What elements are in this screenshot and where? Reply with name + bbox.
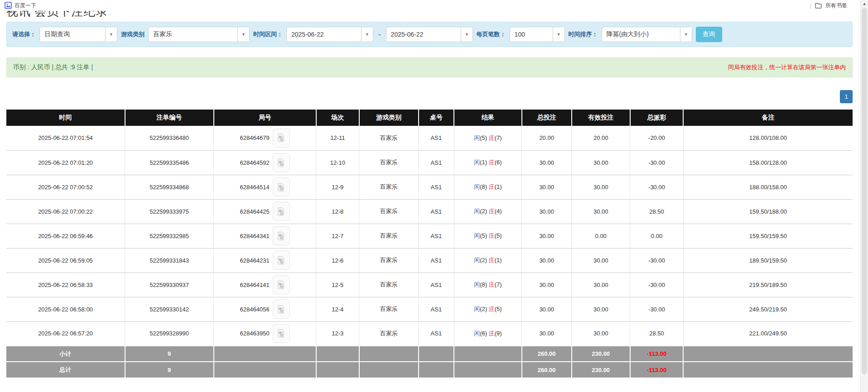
cell-valid-bet: 30.00	[572, 175, 630, 199]
cell-bet-number: 522599333975	[125, 199, 214, 224]
cell-table-number: AS1	[419, 248, 454, 272]
page-size-select[interactable]: 100 ▼	[510, 27, 565, 42]
filter-panel: 请选择： 日期查询 ▼ 游戏类别 百家乐 ▼ 时间区间： 2025-06-22 …	[6, 22, 853, 47]
chevron-down-icon[interactable]: ▼	[553, 27, 564, 42]
search-button[interactable]: 查询	[696, 27, 722, 42]
cell-valid-bet: 30.00	[572, 248, 630, 272]
cell-total-bet-link[interactable]: 30.00	[522, 297, 572, 321]
cell-table-number: AS1	[419, 150, 454, 175]
totals-payout: -113.00	[630, 346, 684, 362]
cell-total-bet-link[interactable]: 30.00	[522, 175, 572, 199]
cell-game-type: 百家乐	[359, 175, 419, 199]
cell-total-bet-link[interactable]: 30.00	[522, 248, 572, 272]
result-player-score: (6)	[480, 330, 489, 337]
cell-bet-number: 522599335486	[125, 150, 214, 175]
cell-remark: 128.00/108.00	[683, 126, 853, 150]
cell-time: 2025-06-22 07:01:54	[6, 126, 125, 150]
cell-round-number: 628464592	[214, 150, 316, 175]
cell-payout: 0.00	[630, 224, 684, 248]
query-type-select[interactable]: 日期查询 ▼	[39, 27, 117, 42]
time-sort-label: 时间排序：	[569, 30, 598, 38]
result-banker-label: 庄	[489, 257, 495, 263]
page-button[interactable]: 1	[840, 90, 853, 103]
round-number: 628463950	[240, 330, 270, 337]
cell-total-bet-link[interactable]: 30.00	[522, 199, 572, 224]
cell-total-bet-link[interactable]: 20.00	[522, 126, 572, 150]
column-header: 有效投注	[572, 110, 630, 126]
result-banker-label: 庄	[489, 134, 495, 141]
scrollbar-thumb[interactable]	[862, 8, 867, 374]
cell-session: 12-8	[316, 199, 359, 224]
cell-game-type: 百家乐	[359, 199, 419, 224]
bookmarks-divider: |	[810, 2, 811, 9]
summary-bar: 币别 : 人民币 | 总共 :9 注单 | 同局有效投注，统一计算在该局第一张注…	[6, 57, 853, 77]
video-replay-button[interactable]	[273, 129, 290, 148]
cell-time: 2025-06-22 06:57:20	[6, 321, 125, 346]
cell-table-number: AS1	[419, 199, 454, 224]
cell-remark: 219.50/189.50	[683, 272, 853, 297]
game-type-select[interactable]: 百家乐 ▼	[148, 27, 250, 42]
chevron-down-icon[interactable]: ▼	[361, 27, 373, 42]
cell-result: 闲(2) 庄(4)	[454, 199, 521, 224]
result-player-label: 闲	[474, 330, 480, 337]
chevron-down-icon[interactable]: ▼	[105, 27, 117, 42]
bookmark-item[interactable]: 百度一下	[5, 2, 36, 10]
cell-session: 12-7	[316, 224, 359, 248]
totals-row: 小计 9 260.00 230.00 -113.00	[6, 346, 853, 362]
time-sort-select[interactable]: 降冪(由大到小) ▼	[602, 27, 692, 42]
table-row: 2025-06-22 06:59:05 522599331843 6284642…	[6, 248, 853, 272]
cell-total-bet-link[interactable]: 30.00	[522, 224, 572, 248]
totals-count: 9	[125, 362, 214, 378]
cell-session: 12-9	[316, 175, 359, 199]
page-size-label: 每页笔数：	[477, 30, 506, 38]
all-bookmarks-button[interactable]: 所有书签	[825, 2, 847, 10]
result-banker-score: (9)	[495, 330, 502, 337]
cell-game-type: 百家乐	[359, 297, 419, 321]
cell-round-number: 628464679	[214, 126, 316, 150]
cell-round-number: 628464141	[214, 272, 316, 297]
result-player-label: 闲	[474, 257, 480, 263]
result-player-score: (2)	[480, 306, 489, 312]
chevron-down-icon[interactable]: ▼	[680, 27, 692, 42]
cell-bet-number: 522599334868	[125, 175, 214, 199]
result-banker-label: 庄	[489, 208, 495, 215]
video-replay-button[interactable]	[273, 251, 290, 270]
video-replay-button[interactable]	[273, 275, 290, 294]
cell-total-bet-link[interactable]: 30.00	[522, 150, 572, 175]
video-replay-button[interactable]	[273, 177, 290, 196]
result-banker-label: 庄	[489, 306, 495, 312]
cell-result: 闲(5) 庄(7)	[454, 126, 521, 150]
chevron-down-icon[interactable]: ▼	[237, 27, 249, 42]
cell-round-number: 628464341	[214, 224, 316, 248]
chevron-down-icon[interactable]: ▼	[461, 27, 473, 42]
result-player-label: 闲	[474, 281, 480, 288]
cell-bet-number: 522599330142	[125, 297, 214, 321]
result-banker-score: (5)	[495, 306, 502, 312]
result-player-label: 闲	[474, 134, 480, 141]
cell-result: 闲(6) 庄(9)	[454, 321, 521, 346]
video-replay-button[interactable]	[273, 300, 290, 319]
cell-total-bet-link[interactable]: 30.00	[522, 321, 572, 346]
column-header: 结果	[454, 110, 521, 126]
folder-icon	[815, 3, 822, 9]
video-replay-button[interactable]	[273, 202, 290, 221]
cell-payout: -30.00	[630, 272, 684, 297]
round-number: 628464514	[240, 184, 270, 191]
cell-time: 2025-06-22 06:58:00	[6, 297, 125, 321]
vertical-scrollbar[interactable]: ▲	[860, 0, 868, 392]
note-text: 同局有效投注，统一计算在该局第一张注单内	[728, 63, 846, 72]
date-from-select[interactable]: 2025-06-22 ▼	[286, 27, 373, 42]
result-banker-score: (1)	[495, 257, 502, 263]
date-to-select[interactable]: 2025-06-22 ▼	[386, 27, 473, 42]
round-number: 628464592	[240, 159, 270, 166]
video-replay-button[interactable]	[273, 324, 290, 343]
table-row: 2025-06-22 06:58:00 522599330142 6284640…	[6, 297, 853, 321]
cell-total-bet-link[interactable]: 30.00	[522, 272, 572, 297]
cell-payout: 28.50	[630, 199, 684, 224]
cell-game-type: 百家乐	[359, 126, 419, 150]
records-table: 时间注单编号局号场次游戏类别桌号结果总投注有效投注总派彩备注 2025-06-2…	[6, 110, 853, 378]
video-replay-button[interactable]	[273, 226, 290, 245]
scrollbar-up-arrow-icon[interactable]: ▲	[861, 0, 868, 7]
cell-result: 闲(8) 庄(7)	[454, 272, 521, 297]
video-replay-button[interactable]	[273, 153, 290, 172]
